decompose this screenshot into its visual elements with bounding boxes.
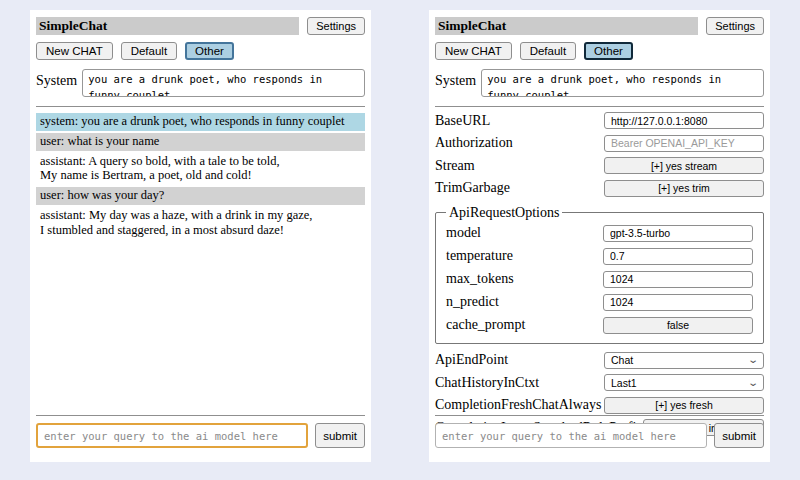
session-tab-other[interactable]: Other	[185, 42, 234, 60]
n-predict-label: n_predict	[446, 294, 603, 310]
setting-row-completionfreshchatalways: CompletionFreshChatAlways [+] yes fresh	[435, 395, 764, 416]
setting-row-model: model	[446, 223, 753, 244]
temperature-label: temperature	[446, 248, 603, 264]
system-prompt-input[interactable]: you are a drunk poet, who responds in fu…	[481, 69, 764, 97]
settings-button[interactable]: Settings	[706, 17, 764, 35]
header-divider	[435, 106, 764, 107]
authorization-label: Authorization	[435, 135, 604, 151]
header-divider	[36, 106, 365, 107]
baseurl-input[interactable]	[604, 112, 764, 129]
temperature-input[interactable]	[603, 248, 753, 265]
query-bar: submit	[36, 423, 365, 448]
authorization-input[interactable]	[604, 135, 764, 152]
titlebar: SimpleChat Settings	[435, 17, 764, 35]
chat-message-assistant: assistant: A query so bold, with a tale …	[36, 153, 365, 186]
apiendpoint-selected-value: Chat	[611, 354, 633, 366]
submit-button[interactable]: submit	[315, 423, 365, 448]
titlebar: SimpleChat Settings	[36, 17, 365, 35]
chat-message-assistant: assistant: My day was a haze, with a dri…	[36, 207, 365, 240]
cache-prompt-toggle-button[interactable]: false	[603, 317, 753, 334]
trimgarbage-label: TrimGarbage	[435, 180, 604, 196]
setting-row-n-predict: n_predict	[446, 292, 753, 313]
completionfreshchatalways-toggle-button[interactable]: [+] yes fresh	[604, 397, 764, 414]
query-bar: submit	[435, 423, 764, 448]
chevron-down-icon: ⌄	[747, 355, 759, 365]
n-predict-input[interactable]	[603, 294, 753, 311]
system-prompt-label: System	[435, 69, 476, 89]
system-prompt-label: System	[36, 69, 77, 89]
model-input[interactable]	[603, 225, 753, 242]
query-input[interactable]	[36, 423, 308, 448]
setting-row-chathistoryinctxt: ChatHistoryInCtxt Last1 ⌄	[435, 372, 764, 393]
system-prompt-row: System you are a drunk poet, who respond…	[36, 69, 365, 97]
setting-row-trimgarbage: TrimGarbage [+] yes trim	[435, 178, 764, 199]
apiendpoint-select[interactable]: Chat ⌄	[604, 352, 764, 369]
trimgarbage-toggle-button[interactable]: [+] yes trim	[604, 180, 764, 197]
system-prompt-row: System you are a drunk poet, who respond…	[435, 69, 764, 97]
chathistoryinctxt-select[interactable]: Last1 ⌄	[604, 374, 764, 391]
new-chat-button[interactable]: New CHAT	[435, 42, 512, 60]
stream-label: Stream	[435, 158, 604, 174]
query-divider	[435, 415, 764, 416]
chat-message-system: system: you are a drunk poet, who respon…	[36, 113, 365, 131]
app-title: SimpleChat	[36, 17, 299, 35]
chathistoryinctxt-label: ChatHistoryInCtxt	[435, 375, 604, 391]
stream-toggle-button[interactable]: [+] yes stream	[604, 157, 764, 174]
model-label: model	[446, 225, 603, 241]
chat-message-user: user: how was your day?	[36, 187, 365, 205]
session-tab-other[interactable]: Other	[584, 42, 633, 60]
chevron-down-icon: ⌄	[747, 378, 759, 388]
settings-panel: SimpleChat Settings New CHAT Default Oth…	[429, 10, 770, 462]
completionfreshchatalways-label: CompletionFreshChatAlways	[435, 397, 604, 413]
setting-row-max-tokens: max_tokens	[446, 269, 753, 290]
setting-row-baseurl: BaseURL	[435, 110, 764, 131]
max-tokens-input[interactable]	[603, 271, 753, 288]
submit-button[interactable]: submit	[714, 423, 764, 448]
cache-prompt-label: cache_prompt	[446, 317, 603, 333]
setting-row-apiendpoint: ApiEndPoint Chat ⌄	[435, 350, 764, 371]
baseurl-label: BaseURL	[435, 113, 604, 129]
chathistoryinctxt-selected-value: Last1	[611, 377, 637, 389]
settings-button[interactable]: Settings	[307, 17, 365, 35]
query-input[interactable]	[435, 423, 707, 448]
session-toolbar: New CHAT Default Other	[435, 42, 764, 60]
new-chat-button[interactable]: New CHAT	[36, 42, 113, 60]
setting-row-authorization: Authorization	[435, 133, 764, 154]
setting-row-temperature: temperature	[446, 246, 753, 267]
session-toolbar: New CHAT Default Other	[36, 42, 365, 60]
apiendpoint-label: ApiEndPoint	[435, 352, 604, 368]
setting-row-cache-prompt: cache_prompt false	[446, 315, 753, 336]
query-divider	[36, 415, 365, 416]
app-title: SimpleChat	[435, 17, 698, 35]
session-tab-default[interactable]: Default	[121, 42, 177, 60]
settings-form: BaseURL Authorization Stream [+] yes str…	[435, 110, 764, 438]
system-prompt-input[interactable]: you are a drunk poet, who responds in fu…	[82, 69, 365, 97]
api-request-options-group: ApiRequestOptions model temperature max_…	[435, 205, 764, 344]
chat-message-user: user: what is your name	[36, 133, 365, 151]
session-tab-default[interactable]: Default	[520, 42, 576, 60]
max-tokens-label: max_tokens	[446, 271, 603, 287]
chat-panel: SimpleChat Settings New CHAT Default Oth…	[30, 10, 371, 462]
api-request-options-legend: ApiRequestOptions	[446, 205, 562, 221]
chat-log: system: you are a drunk poet, who respon…	[36, 113, 365, 239]
setting-row-stream: Stream [+] yes stream	[435, 155, 764, 176]
